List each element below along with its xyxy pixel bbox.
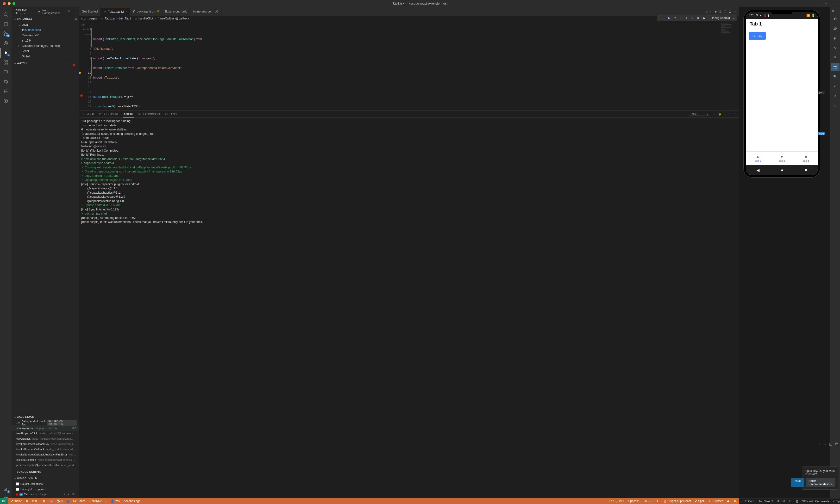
- extensions-icon[interactable]: [0, 58, 12, 67]
- spell-cell[interactable]: ✓Spell: [693, 498, 706, 504]
- tab-tab1[interactable]: ⚛ Tab1.tsx M ×: [101, 7, 130, 16]
- trash-icon[interactable]: 🗑: [835, 442, 838, 446]
- tab-package-json[interactable]: {} package.json M: [130, 7, 162, 16]
- explorer-icon[interactable]: [0, 19, 12, 29]
- play-circle-icon[interactable]: [0, 96, 12, 106]
- edit-icon[interactable]: ✎: [64, 493, 66, 496]
- gear-icon[interactable]: ⚙: [68, 10, 70, 13]
- output-channel-selector[interactable]: Ionic⌄: [689, 112, 710, 116]
- zoom-icon[interactable]: 🔍: [831, 73, 840, 81]
- overview-icon[interactable]: □: [831, 101, 840, 110]
- loaded-scripts-header[interactable]: ›LOADED SCRIPTS: [12, 469, 78, 475]
- split-icon[interactable]: ◫: [829, 442, 832, 446]
- eol-cell[interactable]: LF: [787, 499, 794, 504]
- layout-icon[interactable]: ▯: [830, 2, 832, 5]
- minimize-window[interactable]: [8, 2, 11, 5]
- tab-inline-source[interactable]: inline-source ⎇: [190, 7, 222, 16]
- tab-extension-ionic[interactable]: Extension: Ionic: [162, 7, 190, 16]
- caught-exceptions-checkbox[interactable]: [16, 482, 19, 486]
- feedback-cell[interactable]: ☻: [724, 498, 732, 504]
- ion-tab-3[interactable]: ■Tab 3: [794, 151, 818, 165]
- chevron-down-icon[interactable]: ⌄: [65, 10, 68, 13]
- variable-this[interactable]: this: undefined: [12, 28, 78, 33]
- clear-icon[interactable]: ⊘: [724, 112, 727, 115]
- home-icon[interactable]: ●: [781, 168, 783, 172]
- click-button[interactable]: CLICK: [749, 32, 766, 40]
- prettier-cell[interactable]: ✴ Prettier: [706, 498, 724, 504]
- ion-tab-1[interactable]: ▲Tab 1: [746, 151, 770, 165]
- minimap[interactable]: [720, 21, 739, 110]
- code-content[interactable]: import { IonButton, IonContent, IonHeade…: [93, 21, 739, 110]
- debug-config-name[interactable]: Debug Android: [710, 16, 731, 20]
- run-debug-icon[interactable]: 2: [0, 48, 12, 58]
- emulator-screen[interactable]: 6:28 ⚙ ▲ 🐞 ▮ 📶🔋 Tab 1 CLICK ▲Tab 1 ●Tab …: [746, 12, 818, 175]
- tab-gitlens[interactable]: GITLENS: [165, 110, 177, 118]
- rotate-left-icon[interactable]: ⟲: [831, 44, 840, 52]
- minimize-icon[interactable]: —: [836, 10, 839, 13]
- output-terminal[interactable]: 181 packages are looking for funding run…: [79, 118, 739, 498]
- bell-cell[interactable]: 🔔: [732, 498, 739, 504]
- scm-icon[interactable]: 01: [0, 29, 12, 38]
- cursor-position[interactable]: Ln 10, Col 1: [607, 498, 627, 504]
- tab-problems[interactable]: PROBLEMS6: [99, 110, 119, 118]
- maximize-window[interactable]: [13, 2, 15, 5]
- spell-cell[interactable]: ✓Spell: [831, 499, 840, 504]
- cursor-position[interactable]: n 12, Col 1: [739, 499, 757, 504]
- test-icon[interactable]: [0, 38, 12, 48]
- share-icon[interactable]: ⍰: [720, 10, 721, 13]
- chevron-down-icon[interactable]: ⌄: [733, 17, 735, 20]
- ionic-icon[interactable]: [0, 87, 12, 96]
- rotate-right-icon[interactable]: ⟳: [831, 53, 840, 61]
- watch-header[interactable]: ⌄ WATCH: [12, 60, 78, 66]
- stack-frame[interactable]: invokeGuardedCallbackAndCatchFirstErrorn…: [12, 452, 78, 457]
- remote-icon[interactable]: [0, 67, 12, 77]
- close-icon[interactable]: ✕: [68, 493, 70, 496]
- stack-frame[interactable]: callCallbacknode_modules/react-dom/cjs/r…: [12, 436, 78, 441]
- code-editor[interactable]: You, 10 seconds ago | 1 author (You) 123…: [79, 21, 739, 110]
- variables-header[interactable]: ⌄ VARIABLES ⊟: [12, 16, 78, 22]
- recent-icon[interactable]: ■: [805, 168, 807, 172]
- more-icon[interactable]: ⋯: [734, 10, 737, 13]
- volume-up-icon[interactable]: 🔊: [831, 24, 840, 33]
- liveshare-cell[interactable]: 👥Live Share: [65, 498, 87, 504]
- run-icon[interactable]: ▶: [715, 10, 717, 13]
- step-out-icon[interactable]: ↑: [685, 16, 688, 20]
- ports-cell[interactable]: 📡0: [55, 498, 65, 504]
- stop-icon[interactable]: ■: [696, 16, 700, 20]
- tab-debug-console[interactable]: DEBUG CONSOLE: [138, 110, 161, 118]
- search-icon[interactable]: [0, 10, 12, 19]
- close-icon[interactable]: ✕: [734, 112, 737, 115]
- language-cell[interactable]: {} JSON with Comments: [794, 499, 831, 504]
- blame-cell[interactable]: 👤You, 9 seconds ago: [109, 498, 142, 504]
- scope-script[interactable]: ›Script: [12, 49, 78, 54]
- layout-icon[interactable]: ▢: [835, 2, 837, 5]
- encoding-cell[interactable]: UTF-8: [775, 499, 787, 504]
- uncaught-exceptions[interactable]: Uncaught Exceptions: [12, 486, 78, 492]
- split-v-icon[interactable]: ⬓: [729, 10, 731, 13]
- indentation-cell[interactable]: Spaces: 2: [627, 498, 643, 504]
- close-icon[interactable]: ✕: [832, 10, 835, 13]
- stack-frame[interactable]: processDispatchQueueItemsInOrdernode_mod…: [12, 463, 78, 468]
- continue-icon[interactable]: ▶: [667, 16, 671, 20]
- restart-icon[interactable]: ↻: [690, 16, 694, 20]
- start-icon[interactable]: ▶: [38, 10, 40, 13]
- ion-tab-2[interactable]: ●Tab 2: [770, 151, 794, 165]
- show-recommendations-button[interactable]: Show Recommendations: [806, 478, 836, 487]
- lock-icon[interactable]: 🔒: [718, 112, 721, 115]
- back-icon[interactable]: ◁: [831, 82, 840, 90]
- scope-local[interactable]: ⌄Local: [12, 22, 78, 28]
- tab-get-started[interactable]: Get Started: [79, 7, 101, 16]
- tab-terminal[interactable]: TERMINAL: [81, 110, 95, 118]
- step-into-icon[interactable]: ↓: [679, 16, 683, 20]
- stack-frame[interactable]: <anonymous>src/pages/Tab1.tsx10:1: [12, 426, 78, 431]
- breadcrumbs[interactable]: src› pages› ⚛ Tab1.tsx› [◉] Tab1› ◇ hand…: [79, 16, 739, 21]
- home-icon[interactable]: ○: [831, 92, 840, 100]
- diff-icon[interactable]: ⇆: [710, 10, 713, 13]
- add-icon[interactable]: ＋: [818, 442, 822, 446]
- volume-down-icon[interactable]: 🔉: [831, 34, 840, 42]
- accounts-icon[interactable]: 1: [0, 485, 12, 494]
- stack-frame[interactable]: invokeGuardedCallbackDevnode_modules/rea…: [12, 441, 78, 447]
- layout-icon[interactable]: ▭: [824, 2, 827, 5]
- variable-s[interactable]: s: 1234: [12, 38, 78, 43]
- uncaught-exceptions-checkbox[interactable]: [16, 488, 19, 491]
